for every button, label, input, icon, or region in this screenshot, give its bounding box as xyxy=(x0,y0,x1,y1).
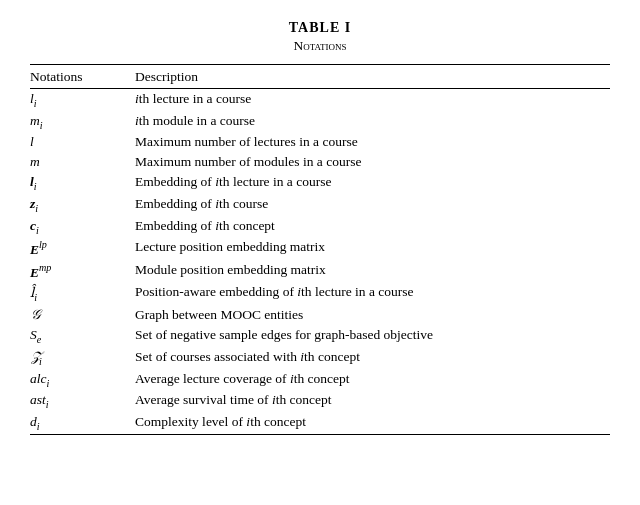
description-cell: ith module in a course xyxy=(135,111,610,133)
notation-cell: 𝒢 xyxy=(30,305,135,325)
description-cell: Embedding of ith lecture in a course xyxy=(135,172,610,194)
description-cell: ith lecture in a course xyxy=(135,89,610,111)
table-row: miith module in a course xyxy=(30,111,610,133)
notation-cell: mi xyxy=(30,111,135,133)
table-row: liEmbedding of ith lecture in a course xyxy=(30,172,610,194)
notation-cell: li xyxy=(30,89,135,111)
notation-cell: Se xyxy=(30,325,135,347)
table-row: ElpLecture position embedding matrix xyxy=(30,237,610,260)
description-cell: Average lecture coverage of ith concept xyxy=(135,369,610,391)
table-title: TABLE I xyxy=(30,20,610,36)
description-cell: Set of courses associated with ith conce… xyxy=(135,347,610,369)
table-row: astiAverage survival time of ith concept xyxy=(30,390,610,412)
table-row: diComplexity level of ith concept xyxy=(30,412,610,434)
table-row: 𝒢Graph between MOOC entities xyxy=(30,305,610,325)
notation-table: Notations Description liith lecture in a… xyxy=(30,64,610,435)
description-cell: Maximum number of modules in a course xyxy=(135,152,610,172)
description-cell: Embedding of ith course xyxy=(135,194,610,216)
notation-cell: li xyxy=(30,172,135,194)
table-row: EmpModule position embedding matrix xyxy=(30,260,610,283)
notation-cell: 𝒵i xyxy=(30,347,135,369)
notation-cell: di xyxy=(30,412,135,434)
notation-cell: l̂i xyxy=(30,282,135,305)
table-row: SeSet of negative sample edges for graph… xyxy=(30,325,610,347)
description-cell: Module position embedding matrix xyxy=(135,260,610,283)
description-cell: Complexity level of ith concept xyxy=(135,412,610,434)
description-cell: Maximum number of lectures in a course xyxy=(135,132,610,152)
notation-cell: alci xyxy=(30,369,135,391)
notation-cell: l xyxy=(30,132,135,152)
description-cell: Lecture position embedding matrix xyxy=(135,237,610,260)
notation-cell: Emp xyxy=(30,260,135,283)
notation-cell: Elp xyxy=(30,237,135,260)
header-description: Description xyxy=(135,65,610,89)
notation-cell: zi xyxy=(30,194,135,216)
table-subtitle: Notations xyxy=(30,38,610,54)
table-row: lMaximum number of lectures in a course xyxy=(30,132,610,152)
table-row: ziEmbedding of ith course xyxy=(30,194,610,216)
description-cell: Position-aware embedding of ith lecture … xyxy=(135,282,610,305)
table-row: alciAverage lecture coverage of ith conc… xyxy=(30,369,610,391)
notation-cell: m xyxy=(30,152,135,172)
table-row: 𝒵iSet of courses associated with ith con… xyxy=(30,347,610,369)
table-row: l̂iPosition-aware embedding of ith lectu… xyxy=(30,282,610,305)
table-row: mMaximum number of modules in a course xyxy=(30,152,610,172)
description-cell: Embedding of ith concept xyxy=(135,216,610,238)
notation-cell: asti xyxy=(30,390,135,412)
table-row: liith lecture in a course xyxy=(30,89,610,111)
notation-cell: ci xyxy=(30,216,135,238)
description-cell: Average survival time of ith concept xyxy=(135,390,610,412)
description-cell: Set of negative sample edges for graph-b… xyxy=(135,325,610,347)
page-container: TABLE I Notations Notations Description … xyxy=(30,20,610,435)
description-cell: Graph between MOOC entities xyxy=(135,305,610,325)
header-notations: Notations xyxy=(30,65,135,89)
table-row: ciEmbedding of ith concept xyxy=(30,216,610,238)
